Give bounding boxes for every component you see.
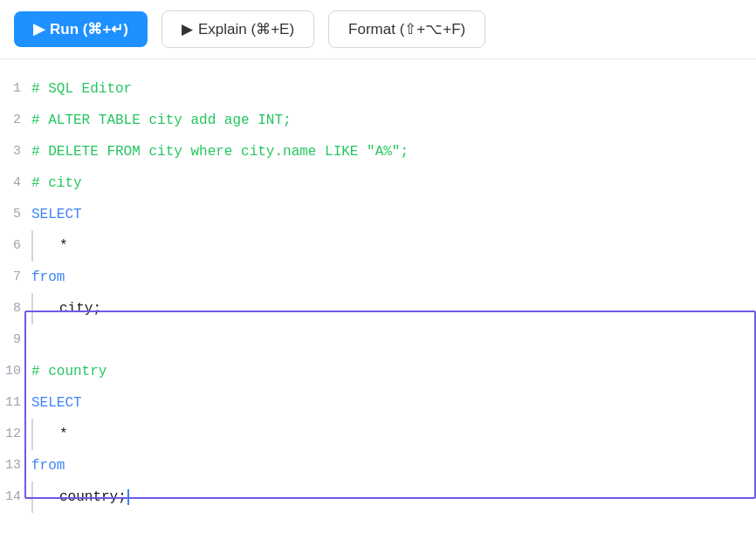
line-content-11: SELECT xyxy=(31,387,82,419)
line-number-14: 14 xyxy=(0,481,31,513)
line-number-4: 4 xyxy=(0,167,31,199)
indent-icon-6 xyxy=(31,230,56,262)
explain-button[interactable]: ▶ Explain (⌘+E) xyxy=(162,10,314,48)
code-line-10: 10 # country xyxy=(0,356,756,387)
line-content-10: # country xyxy=(31,356,107,387)
line-number-3: 3 xyxy=(0,136,31,167)
code-line-5: 5 SELECT xyxy=(0,199,756,230)
line-number-6: 6 xyxy=(0,230,31,262)
line-content-3: # DELETE FROM city where city.name LIKE … xyxy=(31,136,409,167)
line-content-2: # ALTER TABLE city add age INT; xyxy=(31,105,292,136)
code-line-4: 4 # city xyxy=(0,167,756,199)
indent-icon-14 xyxy=(31,481,56,513)
code-line-2: 2 # ALTER TABLE city add age INT; xyxy=(0,105,756,136)
toolbar: ▶ Run (⌘+↵) ▶ Explain (⌘+E) Format (⇧+⌥+… xyxy=(0,0,756,59)
line-content-7: from xyxy=(31,262,65,293)
line-content-12: * xyxy=(31,419,68,450)
text-cursor xyxy=(127,489,129,505)
line-number-10: 10 xyxy=(0,356,31,387)
line-number-5: 5 xyxy=(0,199,31,230)
code-line-6: 6 * xyxy=(0,230,756,262)
line-content-14: country; xyxy=(31,481,129,513)
line-content-13: from xyxy=(31,450,65,481)
explain-play-icon: ▶ xyxy=(182,20,193,38)
code-line-12: 12 * xyxy=(0,419,756,450)
line-number-2: 2 xyxy=(0,105,31,136)
line-number-11: 11 xyxy=(0,387,31,419)
line-number-1: 1 xyxy=(0,73,31,105)
line-number-13: 13 xyxy=(0,450,31,481)
line-number-12: 12 xyxy=(0,419,31,450)
code-line-3: 3 # DELETE FROM city where city.name LIK… xyxy=(0,136,756,167)
line-number-9: 9 xyxy=(0,324,31,356)
run-icon: ▶ xyxy=(33,20,45,38)
code-editor[interactable]: 1 # SQL Editor 2 # ALTER TABLE city add … xyxy=(0,59,756,527)
code-line-9: 9 xyxy=(0,324,756,356)
run-button[interactable]: ▶ Run (⌘+↵) xyxy=(14,11,148,47)
line-number-8: 8 xyxy=(0,293,31,324)
code-line-1: 1 # SQL Editor xyxy=(0,73,756,105)
code-line-13: 13 from xyxy=(0,450,756,481)
indent-icon-8 xyxy=(31,293,56,324)
line-content-8: city; xyxy=(31,293,101,324)
code-line-8: 8 city; xyxy=(0,293,756,324)
explain-label: Explain (⌘+E) xyxy=(198,20,294,38)
line-content-5: SELECT xyxy=(31,199,82,230)
line-number-7: 7 xyxy=(0,262,31,293)
code-line-7: 7 from xyxy=(0,262,756,293)
format-label: Format (⇧+⌥+F) xyxy=(348,20,465,38)
indent-icon-12 xyxy=(31,419,56,450)
code-line-11: 11 SELECT xyxy=(0,387,756,419)
line-content-4: # city xyxy=(31,167,82,199)
code-line-14: 14 country; xyxy=(0,481,756,513)
line-content-6: * xyxy=(31,230,68,262)
run-label: Run (⌘+↵) xyxy=(50,20,128,38)
format-button[interactable]: Format (⇧+⌥+F) xyxy=(328,10,485,48)
line-content-1: # SQL Editor xyxy=(31,73,132,105)
